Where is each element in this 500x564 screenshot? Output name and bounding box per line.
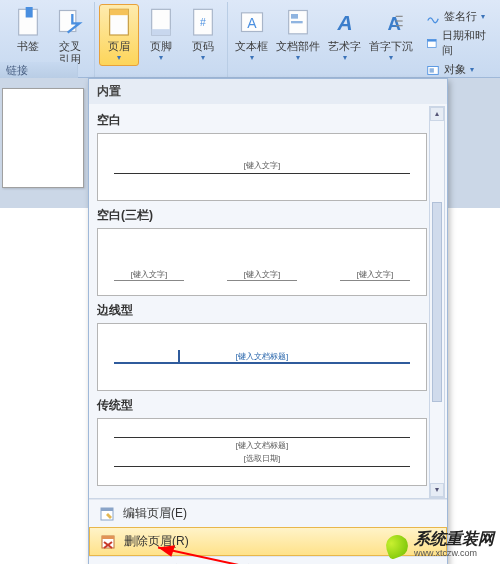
scroll-thumb[interactable] (432, 202, 442, 402)
bookmark-icon (14, 8, 42, 38)
bookmark-label: 书签 (17, 40, 39, 53)
watermark: 系统重装网 www.xtczw.com (386, 532, 494, 560)
calendar-icon (426, 36, 438, 50)
chevron-down-icon: ▾ (389, 54, 393, 62)
template-title-trad: 传统型 (97, 397, 427, 414)
pagenum-icon: # (189, 8, 217, 38)
svg-rect-13 (291, 21, 303, 23)
chevron-down-icon: ▾ (296, 54, 300, 62)
template-placeholder: [键入文字] (340, 269, 410, 281)
gallery-scrollbar[interactable]: ▴ ▾ (429, 106, 445, 498)
signature-label: 签名行 (444, 9, 477, 24)
docparts-icon (284, 8, 312, 38)
svg-rect-12 (291, 14, 298, 19)
footer-button[interactable]: 页脚 ▾ (141, 4, 181, 66)
datetime-label: 日期和时间 (442, 28, 487, 58)
watermark-text: 系统重装网 (414, 532, 494, 546)
dropcap-icon: A (377, 8, 405, 38)
svg-rect-26 (102, 536, 114, 539)
bookmark-button[interactable]: 书签 (8, 4, 48, 57)
header-button[interactable]: 页眉 ▾ (99, 4, 139, 66)
template-placeholder: [键入文字] (227, 269, 297, 281)
template-preview-blank3[interactable]: [键入文字] [键入文字] [键入文字] (97, 228, 427, 296)
wordart-button[interactable]: A 艺术字 ▾ (325, 4, 365, 66)
svg-rect-4 (110, 9, 129, 15)
svg-rect-6 (152, 29, 171, 35)
signature-line-item[interactable]: 签名行▾ (424, 8, 489, 25)
scroll-up-button[interactable]: ▴ (430, 107, 444, 121)
edit-header-icon (99, 506, 115, 522)
chevron-down-icon: ▾ (117, 54, 121, 62)
svg-text:A: A (336, 11, 352, 34)
template-preview-blank[interactable]: [键入文字] (97, 133, 427, 201)
svg-text:A: A (247, 15, 257, 31)
svg-text:#: # (200, 16, 206, 27)
scroll-down-button[interactable]: ▾ (430, 483, 444, 497)
footer-label: 页脚 (150, 40, 172, 53)
chevron-down-icon: ▾ (250, 54, 254, 62)
document-page[interactable] (2, 88, 84, 188)
edit-header-item[interactable]: 编辑页眉(E) (89, 499, 447, 527)
wordart-icon: A (331, 8, 359, 38)
textbox-button[interactable]: A 文本框 ▾ (232, 4, 272, 66)
template-placeholder: [选取日期] (244, 453, 280, 464)
chevron-down-icon: ▾ (201, 54, 205, 62)
signature-icon (426, 10, 440, 24)
pagenum-label: 页码 (192, 40, 214, 53)
template-preview-border[interactable]: [键入文档标题] (97, 323, 427, 391)
datetime-item[interactable]: 日期和时间 (424, 27, 489, 59)
header-gallery-dropdown: 内置 空白 [键入文字] 空白(三栏) [键入文字] [键入文字] [键入文字]… (88, 78, 448, 564)
template-preview-trad[interactable]: [键入文档标题] [选取日期] (97, 418, 427, 486)
template-placeholder: [键入文字] (114, 269, 184, 281)
textbox-label: 文本框 (235, 40, 268, 53)
header-icon (105, 8, 133, 38)
ribbon: 书签 交叉 引用 页眉 ▾ 页脚 ▾ # 页码 (0, 0, 500, 78)
template-title-border: 边线型 (97, 302, 427, 319)
svg-rect-1 (26, 7, 33, 17)
edit-header-label: 编辑页眉(E) (123, 505, 187, 522)
docparts-label: 文档部件 (276, 40, 320, 53)
svg-rect-24 (101, 508, 113, 511)
chevron-down-icon: ▾ (343, 54, 347, 62)
template-title-blank: 空白 (97, 112, 427, 129)
gallery-section-builtin: 内置 (89, 79, 447, 104)
remove-header-icon (100, 534, 116, 550)
textbox-icon: A (238, 8, 266, 38)
pagenum-button[interactable]: # 页码 ▾ (183, 4, 223, 66)
dropcap-button[interactable]: A 首字下沉 ▾ (367, 4, 416, 66)
crossref-button[interactable]: 交叉 引用 (50, 4, 90, 70)
watermark-url: www.xtczw.com (414, 546, 494, 560)
template-placeholder: [键入文档标题] (236, 440, 288, 451)
crossref-icon (56, 8, 84, 38)
group-label-links: 链接 (0, 62, 78, 78)
template-placeholder: [键入文档标题] (236, 351, 288, 362)
dropcap-label: 首字下沉 (369, 40, 413, 53)
watermark-logo-icon (383, 532, 411, 560)
template-title-blank3: 空白(三栏) (97, 207, 427, 224)
docparts-button[interactable]: 文档部件 ▾ (274, 4, 323, 66)
header-label: 页眉 (108, 40, 130, 53)
wordart-label: 艺术字 (328, 40, 361, 53)
ribbon-group-labels: 链接 (0, 62, 500, 78)
chevron-down-icon: ▾ (159, 54, 163, 62)
svg-rect-20 (427, 39, 436, 41)
remove-header-label: 删除页眉(R) (124, 533, 189, 550)
footer-icon (147, 8, 175, 38)
gallery-scroll-area: 空白 [键入文字] 空白(三栏) [键入文字] [键入文字] [键入文字] 边线… (89, 104, 447, 499)
template-placeholder: [键入文字] (114, 160, 410, 171)
